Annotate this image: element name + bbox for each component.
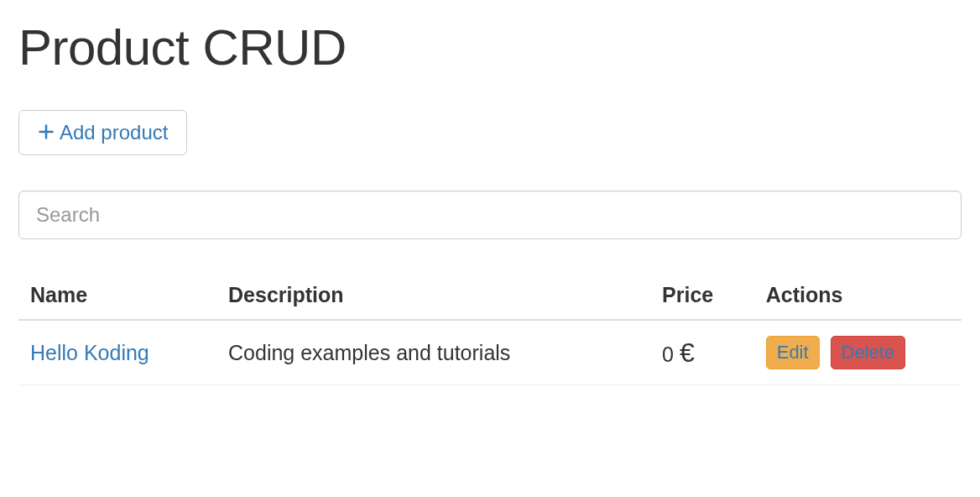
product-price: 0 € [650,320,754,385]
edit-button[interactable]: Edit [766,336,820,369]
column-header-price: Price [650,271,754,320]
add-product-button[interactable]: Add product [18,110,187,155]
column-header-actions: Actions [754,271,962,320]
page-title: Product CRUD [18,18,962,76]
column-header-description: Description [216,271,650,320]
search-input[interactable] [18,191,962,239]
product-name-link[interactable]: Hello Koding [30,341,149,364]
product-description: Coding examples and tutorials [216,320,650,385]
price-value: 0 [662,343,674,366]
plus-icon [38,122,55,144]
products-table: Name Description Price Actions Hello Kod… [18,271,962,385]
delete-button[interactable]: Delete [831,336,906,369]
currency-symbol: € [680,337,695,368]
table-row: Hello Koding Coding examples and tutoria… [18,320,962,385]
column-header-name: Name [18,271,216,320]
add-product-label: Add product [60,121,168,144]
